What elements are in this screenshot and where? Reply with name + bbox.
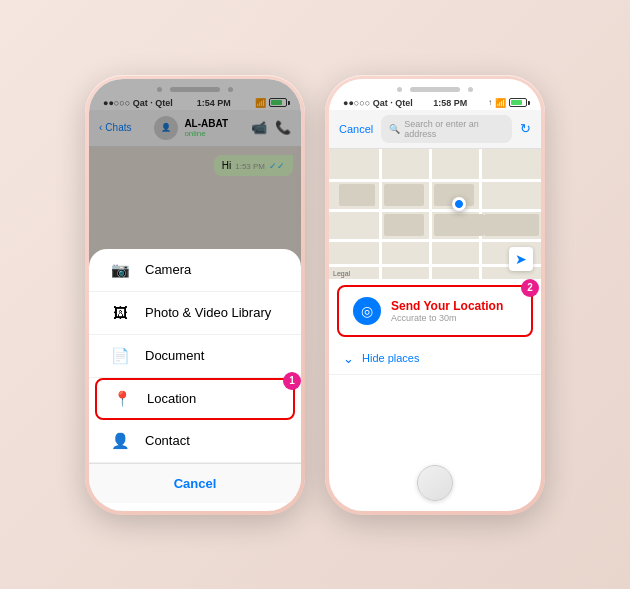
refresh-icon[interactable]: ↻ <box>520 121 531 136</box>
phone2-status-right: ↑ 📶 <box>488 98 527 108</box>
document-icon: 📄 <box>109 345 131 367</box>
phone2-battery <box>509 98 527 107</box>
phone-1: ●●○○○ Qat · Qtel 1:54 PM 📶 ‹ Chats 👤 <box>85 75 305 515</box>
map-block-5 <box>434 214 484 236</box>
menu-cancel-button[interactable]: Cancel <box>89 463 301 503</box>
loc-search-box[interactable]: 🔍 Search or enter an address <box>381 115 512 143</box>
location-header: Cancel 🔍 Search or enter an address ↻ <box>329 110 541 149</box>
send-location-title: Send Your Location <box>391 299 503 313</box>
step-badge-1: 1 <box>283 372 301 390</box>
map-center-button[interactable]: ➤ <box>509 247 533 271</box>
menu-item-document[interactable]: 📄 Document <box>89 335 301 378</box>
phone2-camera <box>397 87 402 92</box>
menu-item-contact[interactable]: 👤 Contact <box>89 420 301 463</box>
cancel-label: Cancel <box>174 476 217 491</box>
camera-label: Camera <box>145 262 191 277</box>
contact-icon: 👤 <box>109 430 131 452</box>
phone2-speaker <box>410 87 460 92</box>
photo-library-label: Photo & Video Library <box>145 305 271 320</box>
phone2-wifi-icon: 📶 <box>495 98 506 108</box>
document-label: Document <box>145 348 204 363</box>
map-block-2 <box>384 184 424 206</box>
search-placeholder: Search or enter an address <box>404 119 504 139</box>
menu-item-location[interactable]: 📍 Location 1 <box>95 378 295 420</box>
phone-2: ●●○○○ Qat · Qtel 1:58 PM ↑ 📶 Cancel 🔍 Se… <box>325 75 545 515</box>
location-dot-icon: ◎ <box>361 303 373 319</box>
photo-library-icon: 🖼 <box>109 302 131 324</box>
phone2-top-bar <box>329 79 541 96</box>
send-location-icon: ◎ <box>353 297 381 325</box>
menu-item-photo-library[interactable]: 🖼 Photo & Video Library <box>89 292 301 335</box>
step-badge-2: 2 <box>521 279 539 297</box>
road-h2 <box>329 209 541 212</box>
phone2-time: 1:58 PM <box>433 98 467 108</box>
road-v1 <box>379 149 382 279</box>
send-location-item[interactable]: ◎ Send Your Location Accurate to 30m 2 <box>337 285 533 337</box>
map-block-3 <box>384 214 424 236</box>
loc-cancel-button[interactable]: Cancel <box>339 123 373 135</box>
phone2-battery-fill <box>511 100 522 105</box>
map-area: ➤ Legal <box>329 149 541 279</box>
phone2-home-area <box>329 457 541 511</box>
road-h3 <box>329 239 541 242</box>
menu-sheet: 📷 Camera 🖼 Photo & Video Library 📄 Docum… <box>89 249 301 511</box>
road-h1 <box>329 179 541 182</box>
contact-label: Contact <box>145 433 190 448</box>
phone2-status-bar: ●●○○○ Qat · Qtel 1:58 PM ↑ 📶 <box>329 96 541 110</box>
send-location-text: Send Your Location Accurate to 30m <box>391 299 503 323</box>
phone2-sensor <box>468 87 473 92</box>
send-location-subtitle: Accurate to 30m <box>391 313 503 323</box>
hide-places-button[interactable]: ⌄ Hide places <box>329 343 541 375</box>
location-icon: 📍 <box>111 388 133 410</box>
phone2-carrier: ●●○○○ Qat · Qtel <box>343 98 413 108</box>
location-list: ◎ Send Your Location Accurate to 30m 2 ⌄… <box>329 279 541 457</box>
search-icon: 🔍 <box>389 124 400 134</box>
phone2-location-icon: ↑ <box>488 98 492 107</box>
road-v2 <box>429 149 432 279</box>
chevron-down-icon: ⌄ <box>343 351 354 366</box>
map-location-pin <box>452 197 466 211</box>
camera-icon: 📷 <box>109 259 131 281</box>
location-label: Location <box>147 391 196 406</box>
hide-places-label: Hide places <box>362 352 419 364</box>
map-block-1 <box>339 184 375 206</box>
map-block-6 <box>484 214 539 236</box>
phone2-home-button[interactable] <box>417 465 453 501</box>
map-legal: Legal <box>333 270 350 277</box>
menu-item-camera[interactable]: 📷 Camera <box>89 249 301 292</box>
